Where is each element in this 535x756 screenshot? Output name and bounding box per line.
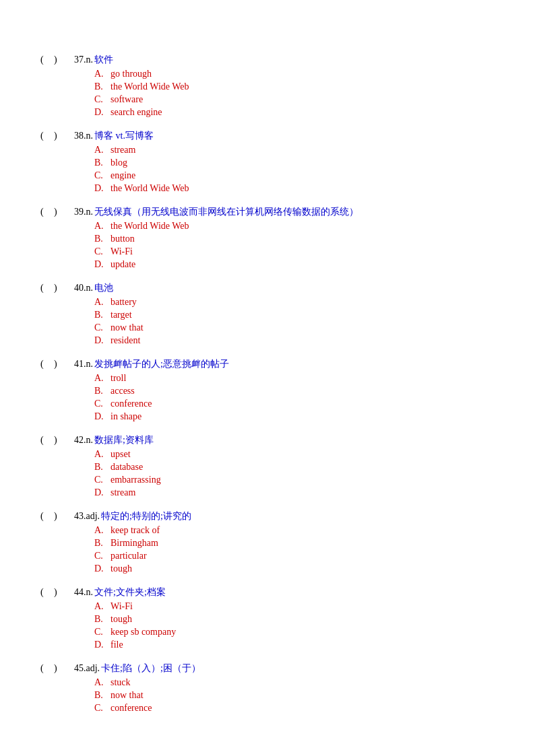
paren-left: ( (40, 435, 54, 446)
option-line: C.now that (94, 322, 495, 333)
option-text: target (111, 310, 132, 320)
option-text: engine (111, 170, 135, 181)
option-label: D. (94, 107, 108, 118)
option-line: A.go through (94, 69, 495, 79)
paren-left: ( (40, 663, 54, 674)
option-line: A.battery (94, 297, 495, 308)
option-label: B. (94, 538, 108, 549)
question-line: ( )44.n. 文件;文件夹;档案 (40, 586, 495, 598)
option-text: go through (111, 69, 152, 79)
option-label: C. (94, 170, 108, 181)
question-text: 文件;文件夹;档案 (94, 586, 166, 598)
option-label: B. (94, 462, 108, 473)
option-line: D.tough (94, 563, 495, 574)
option-text: in shape (111, 411, 141, 422)
question-number: 39.n. (74, 207, 93, 217)
option-line: C.software (94, 94, 495, 105)
options-list: A.stuckB.now thatC.conference (94, 677, 495, 714)
option-line: B.target (94, 310, 495, 320)
option-text: conference (111, 703, 152, 714)
question-text: 特定的;特别的;讲究的 (101, 510, 191, 522)
option-text: stream (111, 145, 135, 156)
paren-left: ( (40, 55, 54, 65)
option-text: keep sb company (111, 627, 176, 638)
question-block: ( )43.adj. 特定的;特别的;讲究的A.keep track ofB.B… (40, 510, 495, 574)
option-line: A.troll (94, 373, 495, 384)
option-label: C. (94, 475, 108, 485)
option-line: C.engine (94, 170, 495, 181)
option-line: C.particular (94, 551, 495, 561)
question-text: 无线保真（用无线电波而非网线在计算机网络传输数据的系统） (94, 206, 358, 218)
option-label: B. (94, 234, 108, 244)
question-text: 软件 (94, 54, 113, 66)
question-block: ( )42.n. 数据库;资料库A.upsetB.databaseC.embar… (40, 434, 495, 498)
option-text: Wi-Fi (111, 601, 133, 612)
question-block: ( )40.n. 电池A.batteryB.targetC.now thatD.… (40, 282, 495, 346)
option-line: B.the World Wide Web (94, 81, 495, 92)
option-text: troll (111, 373, 126, 384)
question-block: ( )38.n. 博客 vt.写博客A.streamB.blogC.engine… (40, 130, 495, 194)
option-text: stuck (111, 677, 131, 688)
options-list: A.upsetB.databaseC.embarrassingD.stream (94, 449, 495, 498)
questions-container: ( )37.n. 软件A.go throughB.the World Wide … (40, 54, 495, 714)
option-line: C.conference (94, 703, 495, 714)
option-line: C.keep sb company (94, 627, 495, 638)
option-text: now that (111, 690, 144, 701)
option-label: D. (94, 411, 108, 422)
option-text: the World Wide Web (111, 221, 189, 232)
paren-left: ( (40, 283, 54, 294)
question-number: 38.n. (74, 131, 93, 141)
option-text: embarrassing (111, 475, 161, 485)
question-line: ( )39.n. 无线保真（用无线电波而非网线在计算机网络传输数据的系统） (40, 206, 495, 218)
options-list: A.batteryB.targetC.now thatD.resident (94, 297, 495, 346)
options-list: A.go throughB.the World Wide WebC.softwa… (94, 69, 495, 118)
question-line: ( )43.adj. 特定的;特别的;讲究的 (40, 510, 495, 522)
option-text: update (111, 259, 135, 270)
option-label: A. (94, 373, 108, 384)
paren-right: ) (54, 359, 74, 370)
question-text: 电池 (94, 282, 113, 294)
question-text: 卡住;陷（入）;困（于） (101, 662, 201, 675)
option-text: button (111, 234, 135, 244)
option-label: C. (94, 627, 108, 638)
option-label: B. (94, 614, 108, 625)
option-text: the World Wide Web (111, 183, 189, 194)
option-text: software (111, 94, 143, 105)
question-text: 发挑衅帖子的人;恶意挑衅的帖子 (94, 358, 229, 370)
question-number: 45.adj. (74, 663, 100, 674)
option-line: C.Wi-Fi (94, 246, 495, 257)
option-line: A.stuck (94, 677, 495, 688)
option-label: A. (94, 297, 108, 308)
option-text: database (111, 462, 143, 473)
option-label: D. (94, 259, 108, 270)
option-label: B. (94, 386, 108, 397)
question-number: 44.n. (74, 587, 93, 598)
option-line: A.Wi-Fi (94, 601, 495, 612)
option-line: D.update (94, 259, 495, 270)
paren-right: ) (54, 663, 74, 674)
question-line: ( )38.n. 博客 vt.写博客 (40, 130, 495, 142)
option-line: B.button (94, 234, 495, 244)
paren-right: ) (54, 587, 74, 598)
option-line: B.Birmingham (94, 538, 495, 549)
option-label: D. (94, 640, 108, 650)
paren-left: ( (40, 207, 54, 217)
option-label: C. (94, 246, 108, 257)
option-text: battery (111, 297, 137, 308)
option-text: Wi-Fi (111, 246, 133, 257)
option-label: A. (94, 677, 108, 688)
options-list: A.keep track ofB.BirminghamC.particularD… (94, 525, 495, 574)
option-label: D. (94, 487, 108, 498)
question-line: ( )40.n. 电池 (40, 282, 495, 294)
option-line: A.the World Wide Web (94, 221, 495, 232)
option-text: tough (111, 614, 132, 625)
option-line: D.search engine (94, 107, 495, 118)
question-block: ( )44.n. 文件;文件夹;档案A.Wi-FiB.toughC.keep s… (40, 586, 495, 650)
option-text: Birmingham (111, 538, 158, 549)
option-label: B. (94, 310, 108, 320)
options-list: A.the World Wide WebB.buttonC.Wi-FiD.upd… (94, 221, 495, 270)
paren-left: ( (40, 511, 54, 522)
option-line: B.tough (94, 614, 495, 625)
option-line: D.resident (94, 335, 495, 346)
option-label: A. (94, 525, 108, 536)
